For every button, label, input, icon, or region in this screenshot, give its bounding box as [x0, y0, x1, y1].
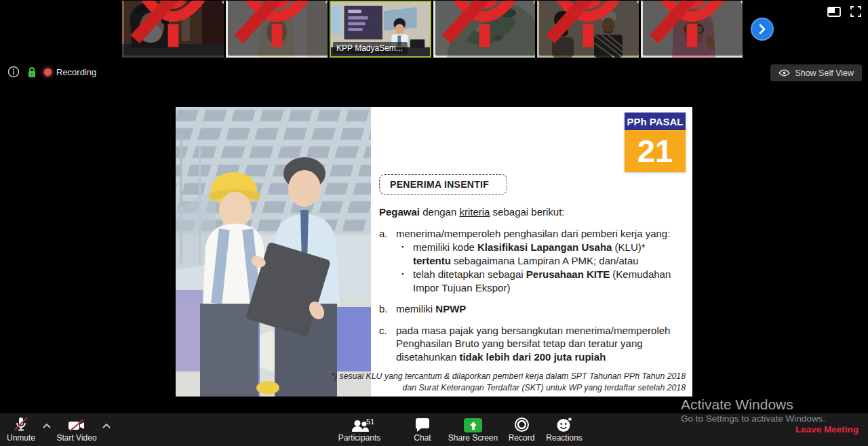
unmute-options-caret[interactable]	[42, 422, 52, 429]
participant-name-tag: Mandala	[435, 1, 535, 56]
recording-label: Recording	[56, 67, 96, 77]
recording-dot-icon	[44, 68, 52, 76]
activate-windows-subtitle: Go to Settings to activate Windows.	[681, 413, 825, 424]
participants-label: Participants	[327, 433, 392, 443]
slide-heading: PENERIMA INSENTIF	[379, 174, 507, 195]
recording-indicator: Recording	[44, 67, 96, 77]
video-tile-waskon1[interactable]: waskon1 ma...	[122, 1, 224, 58]
participant-name: KPP MadyaSem...	[336, 43, 403, 53]
footnote-line-2: dan Surat Keterangan Terdaftar (SKT) unt…	[331, 382, 686, 394]
video-off-icon	[67, 419, 86, 432]
muted-mic-icon	[127, 1, 219, 54]
muted-mic-icon	[231, 1, 323, 54]
shared-screen-slide: PPh PASAL 21 PENERIMA INSENTIF Pegawai d…	[176, 107, 692, 397]
sub-bullet-1: ▪ memiliki kode Klasifikasi Lapangan Usa…	[401, 241, 686, 267]
reactions-label: Reactions	[530, 433, 598, 443]
video-tile-mandala[interactable]: Mandala	[433, 1, 535, 58]
muted-mic-icon	[439, 1, 530, 54]
list-text: pada masa pajak yang bersangkutan meneri…	[396, 324, 686, 364]
speaker-view-icon[interactable]	[827, 7, 841, 17]
zoom-meeting-window: waskon1 ma... Anna Prihatina	[0, 0, 868, 446]
eye-icon	[778, 69, 790, 77]
list-item-a: a. menerima/memperoleh penghasilan dari …	[379, 227, 686, 241]
reactions-button[interactable]: Reactions	[530, 415, 598, 445]
muted-mic-icon	[646, 1, 738, 54]
video-tile-pt-panggu[interactable]: PT. PANGGU...	[537, 1, 639, 58]
participants-count-badge: 51	[366, 418, 374, 426]
participant-name-tag: PT. PANGGU...	[539, 1, 639, 56]
factory-workers-photo	[176, 107, 371, 397]
list-item-b: b. memiliki NPWP	[379, 302, 686, 316]
list-marker: a.	[379, 227, 396, 241]
bullet-icon: ▪	[401, 241, 413, 267]
slide-intro: Pegawai dengan kriteria sebagai berikut:	[379, 205, 686, 219]
start-video-label: Start Video	[56, 433, 98, 443]
slide-footnote: *) sesuai KLU yang tercantum & dilaporka…	[331, 371, 686, 393]
fullscreen-icon[interactable]	[850, 6, 861, 17]
unmute-button[interactable]: Unmute	[1, 415, 41, 445]
participant-name-tag: KPP MadyaSem...	[333, 42, 408, 54]
participant-name: PT. PANGGU...	[637, 1, 639, 5]
muted-mic-icon	[542, 1, 634, 54]
show-self-view-button[interactable]: Show Self View	[770, 64, 862, 81]
participant-name-tag: Anna Prihatina	[228, 1, 328, 56]
participant-name: waskon1 ma...	[222, 1, 224, 5]
participants-button[interactable]: 51 Participants	[327, 415, 392, 445]
reactions-icon	[556, 417, 573, 432]
participant-name: PT. AMPUH P...	[741, 1, 743, 5]
footnote-line-1: *) sesuai KLU yang tercantum & dilaporka…	[331, 371, 686, 382]
list-text: memiliki kode Klasifikasi Lapangan Usaha…	[413, 241, 686, 267]
meeting-info-icon[interactable]	[7, 66, 20, 78]
unmute-label: Unmute	[1, 433, 41, 443]
view-controls	[827, 6, 861, 17]
share-screen-icon	[464, 418, 482, 432]
list-marker: c.	[379, 324, 396, 364]
encryption-lock-icon	[27, 66, 37, 78]
sub-bullet-2: ▪ telah ditetapkan sebagai Perusahaan KI…	[401, 268, 686, 294]
slide-content: PENERIMA INSENTIF Pegawai dengan kriteri…	[371, 107, 692, 397]
video-options-caret[interactable]	[102, 422, 111, 429]
next-videos-button[interactable]	[751, 18, 774, 41]
start-video-button[interactable]: Start Video	[56, 415, 98, 445]
list-item-c: c. pada masa pajak yang bersangkutan men…	[379, 324, 686, 364]
mic-muted-icon	[14, 416, 28, 432]
record-icon	[514, 417, 530, 432]
list-marker: b.	[379, 302, 396, 316]
list-text: memiliki NPWP	[396, 302, 686, 316]
list-text: menerima/memperoleh penghasilan dari pem…	[396, 227, 686, 241]
list-text: telah ditetapkan sebagai Perusahaan KITE…	[413, 268, 686, 294]
show-self-view-label: Show Self View	[795, 68, 854, 78]
bullet-icon: ▪	[401, 268, 413, 294]
meeting-status-indicators: Recording	[7, 66, 96, 78]
video-tile-anna[interactable]: Anna Prihatina	[226, 1, 328, 58]
video-tile-pt-ampuh[interactable]: PT. AMPUH P...	[641, 1, 743, 58]
video-tile-kpp-madya[interactable]: KPP MadyaSem...	[330, 1, 431, 58]
chevron-right-icon	[758, 24, 766, 35]
activate-windows-watermark: Activate Windows	[681, 397, 793, 413]
participant-name-tag: PT. AMPUH P...	[643, 1, 743, 56]
participant-name: Mandala	[533, 1, 535, 5]
participant-name: Anna Prihatina	[326, 1, 328, 5]
participant-name-tag: waskon1 ma...	[124, 1, 224, 56]
leave-meeting-button[interactable]: Leave Meeting	[795, 424, 859, 434]
chat-icon	[414, 418, 431, 432]
